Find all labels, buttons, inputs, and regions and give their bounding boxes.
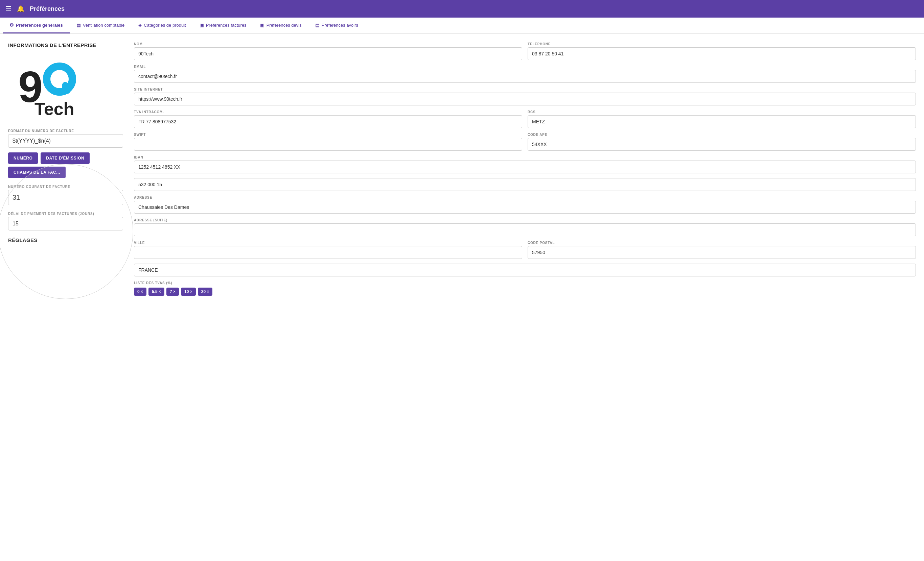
ville-input[interactable] <box>134 246 522 259</box>
nom-label: NOM <box>134 42 522 46</box>
group-telephone: TÉLÉPHONE <box>528 42 916 60</box>
tab-categories[interactable]: ◈ Catégories de produit <box>131 18 192 33</box>
site-input[interactable] <box>134 93 916 105</box>
left-panel: INFORMATIONS DE L'ENTREPRISE 9 Tech FORM… <box>8 42 123 552</box>
rcs-label: RCS <box>528 110 916 114</box>
group-code-ape: CODE APE <box>528 133 916 151</box>
row-adresse: ADRESSE <box>134 196 916 214</box>
adresse-label: ADRESSE <box>134 196 916 199</box>
code-postal-input[interactable] <box>528 246 916 259</box>
telephone-label: TÉLÉPHONE <box>528 42 916 46</box>
group-ville: VILLE <box>134 241 522 259</box>
group-pays <box>134 263 916 277</box>
ville-label: VILLE <box>134 241 522 245</box>
tabs-bar: ⚙ Préférences générales ▦ Ventilation co… <box>0 18 924 34</box>
date-emission-button[interactable]: DATE D'ÉMISSION <box>40 153 90 164</box>
page-title: Préférences <box>30 5 64 12</box>
swift-input[interactable] <box>134 138 522 151</box>
tva-intracom-input[interactable] <box>134 115 522 128</box>
iban-input[interactable] <box>134 160 916 174</box>
code-ape-label: CODE APE <box>528 133 916 136</box>
delai-label: DÉLAI DE PAIEMENT DES FACTURES (JOURS) <box>8 212 123 215</box>
nom-input[interactable] <box>134 47 522 60</box>
tab-factures-label: Préférences factures <box>206 22 246 28</box>
adresse-suite-input[interactable] <box>134 223 916 236</box>
tab-generales[interactable]: ⚙ Préférences générales <box>3 18 70 33</box>
row-tva-rcs: TVA INTRACOM. RCS <box>134 110 916 128</box>
reglages-section: RÉGLAGES <box>8 237 123 243</box>
email-input[interactable] <box>134 70 916 83</box>
tab-devis-label: Préférences devis <box>267 22 302 28</box>
tab-ventilation-label: Ventilation comptable <box>83 22 125 28</box>
pays-input[interactable] <box>134 263 916 277</box>
bell-icon[interactable]: 🔔 <box>17 5 24 12</box>
code-ape-input[interactable] <box>528 138 916 151</box>
categories-icon: ◈ <box>138 22 142 28</box>
group-tva-intracom: TVA INTRACOM. <box>134 110 522 128</box>
row-adresse-suite: ADRESSE (SUITE) <box>134 218 916 236</box>
devis-icon: ▣ <box>260 22 264 28</box>
row-nom-tel: NOM TÉLÉPHONE <box>134 42 916 60</box>
header: ☰ 🔔 Préférences <box>0 0 924 18</box>
delai-input[interactable] <box>8 217 123 230</box>
numero-courant-input[interactable] <box>8 190 123 205</box>
champs-facture-button[interactable]: CHAMPS DE LA FAC... <box>8 167 66 178</box>
numero-courant-label: NUMÉRO COURANT DE FACTURE <box>8 185 123 188</box>
tva-badge-55[interactable]: 5.5 × <box>148 287 164 296</box>
row-pays <box>134 263 916 277</box>
group-site: SITE INTERNET <box>134 88 916 105</box>
right-panel: NOM TÉLÉPHONE EMAIL SITE INTERNET <box>134 42 916 552</box>
tab-avoirs-label: Préférences avoirs <box>322 22 358 28</box>
tva-badge-10[interactable]: 10 × <box>181 287 196 296</box>
telephone-input[interactable] <box>528 47 916 60</box>
tva-badge-20-label: 20 × <box>201 289 209 294</box>
row-site: SITE INTERNET <box>134 88 916 105</box>
company-logo: 9 Tech <box>8 55 89 122</box>
tab-ventilation[interactable]: ▦ Ventilation comptable <box>70 18 132 33</box>
group-iban: IBAN <box>134 156 916 174</box>
reglages-title: RÉGLAGES <box>8 237 123 243</box>
row-email: EMAIL <box>134 65 916 83</box>
tva-badge-0-label: 0 × <box>137 289 143 294</box>
code-postal-label: CODE POSTAL <box>528 241 916 245</box>
group-email: EMAIL <box>134 65 916 83</box>
format-label: FORMAT DU NUMÉRO DE FACTURE <box>8 129 123 133</box>
tva-intracom-label: TVA INTRACOM. <box>134 110 522 114</box>
ventilation-icon: ▦ <box>76 22 81 28</box>
rcs-input[interactable] <box>528 115 916 128</box>
format-buttons: NUMÉRO DATE D'ÉMISSION CHAMPS DE LA FAC.… <box>8 153 123 178</box>
svg-text:Tech: Tech <box>34 99 74 119</box>
format-input[interactable] <box>8 134 123 148</box>
row-swift-ape: SWIFT CODE APE <box>134 133 916 151</box>
group-swift: SWIFT <box>134 133 522 151</box>
numero-button[interactable]: NUMÉRO <box>8 153 38 164</box>
group-adresse: ADRESSE <box>134 196 916 214</box>
gear-icon: ⚙ <box>9 22 14 28</box>
format-section: FORMAT DU NUMÉRO DE FACTURE NUMÉRO DATE … <box>8 129 123 230</box>
row-tvas: LISTE DES TVAS (%) 0 × 5.5 × 7 × 10 × <box>134 281 916 296</box>
row-ville-cp: VILLE CODE POSTAL <box>134 241 916 259</box>
tva-badge-7-label: 7 × <box>170 289 176 294</box>
company-section-title: INFORMATIONS DE L'ENTREPRISE <box>8 42 123 48</box>
tab-categories-label: Catégories de produit <box>144 22 186 28</box>
tvas-label: LISTE DES TVAS (%) <box>134 281 916 285</box>
tva-badge-7[interactable]: 7 × <box>166 287 179 296</box>
group-rcs: RCS <box>528 110 916 128</box>
tva-badge-55-label: 5.5 × <box>152 289 161 294</box>
tab-factures[interactable]: ▣ Préférences factures <box>193 18 254 33</box>
menu-icon[interactable]: ☰ <box>5 5 12 13</box>
adresse-suite-label: ADRESSE (SUITE) <box>134 218 916 222</box>
tab-devis[interactable]: ▣ Préférences devis <box>254 18 309 33</box>
main-content: INFORMATIONS DE L'ENTREPRISE 9 Tech FORM… <box>0 34 924 561</box>
tab-avoirs[interactable]: ▤ Préférences avoirs <box>309 18 365 33</box>
group-code-postal: CODE POSTAL <box>528 241 916 259</box>
avoirs-icon: ▤ <box>315 22 320 28</box>
row-siret <box>134 178 916 191</box>
group-nom: NOM <box>134 42 522 60</box>
group-adresse-suite: ADRESSE (SUITE) <box>134 218 916 236</box>
swift-label: SWIFT <box>134 133 522 136</box>
tva-badge-0[interactable]: 0 × <box>134 287 147 296</box>
siret-input[interactable] <box>134 178 916 191</box>
tva-badge-20[interactable]: 20 × <box>198 287 213 296</box>
adresse-input[interactable] <box>134 201 916 214</box>
